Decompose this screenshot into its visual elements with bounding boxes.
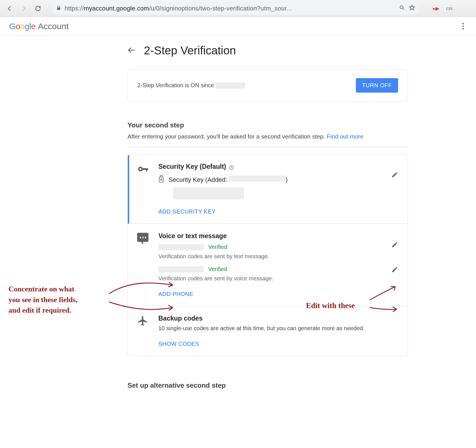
alt-step-heading: Set up alternative second step <box>128 381 408 389</box>
edit-phone-1-icon[interactable] <box>391 241 398 248</box>
method-backup-codes: Backup codes 10 single-use codes are act… <box>128 306 408 356</box>
edit-phone-2-icon[interactable] <box>391 266 398 273</box>
redacted-phone-1 <box>158 244 204 250</box>
redacted-key-date <box>229 176 286 182</box>
divider <box>128 147 408 147</box>
bookmark-star-icon[interactable] <box>409 4 415 13</box>
add-phone-button[interactable]: ADD PHONE <box>158 291 193 297</box>
status-card: 2-Step Verification is ON since TURN OFF <box>128 69 408 101</box>
redacted-date <box>216 82 245 89</box>
security-key-title: Security Key (Default) <box>158 163 226 170</box>
redacted-phone-2 <box>158 266 204 272</box>
turn-off-button[interactable]: TURN OFF <box>356 78 398 93</box>
backup-desc: 10 single-use codes are active at this t… <box>158 325 399 332</box>
svg-point-6 <box>231 168 232 169</box>
method-security-key: Security Key (Default) Security Key (Add… <box>128 154 408 223</box>
add-security-key-button[interactable]: ADD SECURITY KEY <box>158 208 216 215</box>
svg-rect-4 <box>146 168 147 172</box>
forward-button[interactable] <box>20 5 28 12</box>
extension-css-icon[interactable]: css <box>446 5 452 11</box>
svg-point-9 <box>160 179 162 180</box>
url-text: https://myaccount.google.com/u/0/signino… <box>65 5 396 12</box>
redacted-key-name <box>173 187 244 199</box>
back-button[interactable] <box>6 5 14 12</box>
edit-security-key-icon[interactable] <box>391 171 398 178</box>
svg-rect-8 <box>159 177 163 182</box>
verified-badge-1: Verified <box>208 244 227 250</box>
voice-title: Voice or text message <box>158 232 227 240</box>
account-word: Account <box>38 22 69 31</box>
browser-toolbar: https://myaccount.google.com/u/0/signino… <box>0 0 476 17</box>
show-codes-button[interactable]: SHOW CODES <box>158 341 199 347</box>
second-step-description: After entering your password, you'll be … <box>128 133 408 140</box>
svg-point-2 <box>139 168 141 170</box>
page-back-icon[interactable] <box>128 46 136 56</box>
page-title: 2-Step Verification <box>144 44 236 57</box>
svg-point-0 <box>400 5 403 8</box>
security-key-entry: Security Key (Added: ) <box>169 176 288 184</box>
google-account-logo[interactable]: Google Account <box>9 22 69 31</box>
status-text: 2-Step Verification is ON since <box>137 82 214 89</box>
reload-button[interactable] <box>34 5 42 12</box>
sms-bubble-icon <box>136 232 149 297</box>
key-icon <box>136 163 149 215</box>
search-in-page-icon[interactable] <box>399 5 405 12</box>
app-header: Google Account <box>0 17 476 36</box>
usb-key-icon <box>158 175 164 184</box>
verified-badge-2: Verified <box>208 266 227 272</box>
airplane-icon <box>136 315 149 347</box>
extension-icon-1[interactable]: ▸▶ <box>433 5 439 12</box>
annotation-left: Concentrate on what you see in these fie… <box>8 284 110 316</box>
methods-card: Security Key (Default) Security Key (Add… <box>128 154 408 356</box>
second-step-heading: Your second step <box>128 121 408 129</box>
voice-desc-1: Verification codes are sent by text mess… <box>158 253 399 260</box>
voice-desc-2: Verification codes are sent by voice mes… <box>158 275 399 282</box>
help-icon[interactable] <box>229 164 234 169</box>
method-voice-text: Voice or text message Verified Verificat… <box>128 223 408 306</box>
overflow-menu-icon[interactable] <box>459 22 467 30</box>
lock-icon <box>56 5 61 12</box>
find-out-more-link[interactable]: Find out more <box>327 133 364 140</box>
backup-title: Backup codes <box>158 315 203 322</box>
address-bar[interactable]: https://myaccount.google.com/u/0/signino… <box>52 2 420 15</box>
